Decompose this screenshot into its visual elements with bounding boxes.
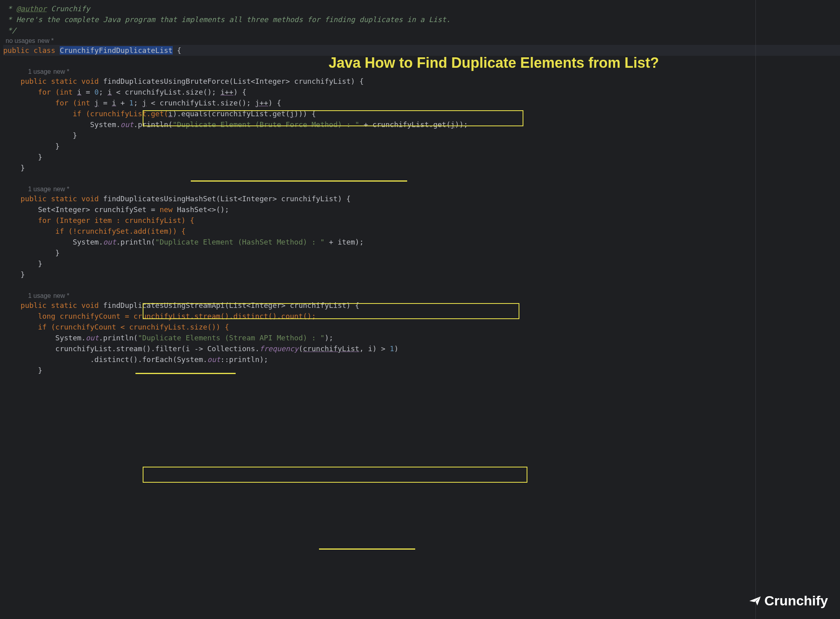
code-line: for (int j = i + 1; j < crunchifyList.si… <box>3 97 840 108</box>
code-line: System.out.println("Duplicate Element (B… <box>3 119 840 130</box>
crunchify-logo: Crunchify <box>748 591 828 611</box>
comment-line: * Here's the complete Java program that … <box>3 14 840 25</box>
code-line: Set<Integer> crunchifySet = new HashSet<… <box>3 204 840 215</box>
code-line: } <box>3 269 840 280</box>
code-line: if (!crunchifySet.add(item)) { <box>3 226 840 237</box>
code-line: } <box>3 141 840 152</box>
code-line: if (crunchifyCount < crunchifyList.size(… <box>3 322 840 332</box>
code-line: for (int i = 0; i < crunchifyList.size()… <box>3 87 840 97</box>
method-signature-3: public static void findDuplicatesUsingSt… <box>3 300 840 311</box>
highlight-underline-3 <box>319 548 415 550</box>
highlight-box-3 <box>143 467 527 483</box>
code-line: } <box>3 130 840 141</box>
code-line: } <box>3 365 840 376</box>
code-line: System.out.println("Duplicate Elements (… <box>3 332 840 343</box>
code-line: crunchifyList.stream().filter(i -> Colle… <box>3 343 840 354</box>
paper-plane-icon <box>748 594 762 608</box>
comment-line: * @author Crunchify <box>3 3 840 14</box>
code-line: long crunchifyCount = crunchifyList.stre… <box>3 311 840 322</box>
method-signature-1: public static void findDuplicatesUsingBr… <box>3 76 840 87</box>
highlight-underline-1 <box>191 180 407 182</box>
code-line: if (crunchifyList.get(i).equals(crunchif… <box>3 108 840 119</box>
usage-hint: 1 usagenew * <box>3 291 840 300</box>
right-margin-guide <box>755 0 756 619</box>
blank-line <box>3 280 840 291</box>
comment-line: */ <box>3 25 840 36</box>
page-title: Java How to Find Duplicate Elements from… <box>329 52 659 74</box>
code-line: for (Integer item : crunchifyList) { <box>3 215 840 226</box>
code-line: } <box>3 247 840 258</box>
code-line: } <box>3 162 840 173</box>
code-line: } <box>3 258 840 269</box>
usage-hint: no usagesnew * <box>3 36 840 45</box>
highlight-underline-2 <box>135 373 236 374</box>
code-line: .distinct().forEach(System.out::println)… <box>3 354 840 365</box>
usage-hint: 1 usagenew * <box>3 184 840 193</box>
code-line: } <box>3 152 840 162</box>
logo-text: Crunchify <box>764 591 828 611</box>
method-signature-2: public static void findDuplicatesUsingHa… <box>3 193 840 204</box>
code-line: System.out.println("Duplicate Element (H… <box>3 237 840 247</box>
blank-line <box>3 173 840 184</box>
